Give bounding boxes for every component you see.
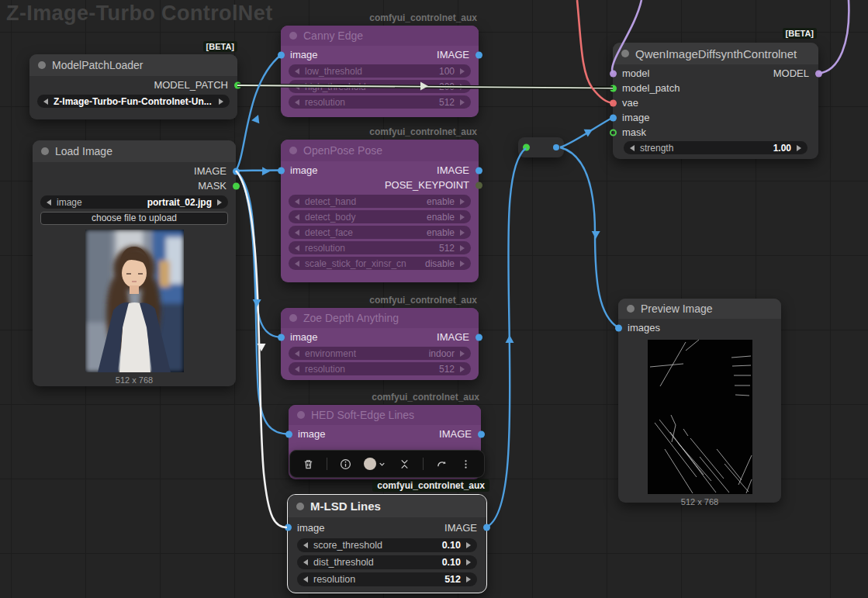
increment-arrow-icon[interactable]: [460, 68, 465, 74]
increment-arrow-icon[interactable]: [460, 245, 465, 251]
output-port-mask[interactable]: [233, 182, 240, 189]
decrement-arrow-icon[interactable]: [295, 230, 299, 236]
increment-arrow-icon[interactable]: [219, 99, 223, 105]
output-port-image[interactable]: [475, 334, 482, 340]
input-port-model-patch[interactable]: [610, 85, 617, 92]
node-reroute[interactable]: [518, 137, 564, 157]
input-port-images[interactable]: [615, 324, 622, 331]
decrement-arrow-icon[interactable]: [295, 214, 299, 220]
input-label: image: [290, 331, 317, 343]
environment-widget[interactable]: environment indoor: [289, 347, 471, 360]
output-port-model-patch[interactable]: [234, 81, 241, 88]
delete-button[interactable]: [303, 458, 314, 470]
node-header: Load Image: [33, 140, 236, 162]
more-options-button[interactable]: [460, 458, 472, 470]
strength-widget[interactable]: strength 1.00: [624, 141, 807, 154]
node-openpose-pose[interactable]: comfyui_controlnet_aux OpenPose Pose ima…: [281, 140, 479, 282]
input-port-image[interactable]: [285, 430, 292, 437]
node-model-patch-loader[interactable]: [BETA] ModelPatchLoader MODEL_PATCH Z-Im…: [29, 54, 237, 119]
port-row: vae: [613, 95, 818, 110]
increment-arrow-icon[interactable]: [466, 576, 471, 582]
decrement-arrow-icon[interactable]: [303, 559, 308, 565]
resolution-widget[interactable]: resolution 512: [289, 95, 471, 109]
node-canny-edge[interactable]: comfyui_controlnet_aux Canny Edge image …: [281, 26, 479, 117]
output-port-image[interactable]: [478, 430, 485, 437]
detect-face-widget[interactable]: detect_face enable: [289, 226, 471, 239]
port-row: image IMAGE: [281, 47, 479, 62]
decrement-arrow-icon[interactable]: [295, 351, 299, 357]
input-port-image[interactable]: [278, 51, 285, 58]
selection-toolbar[interactable]: [289, 450, 485, 478]
refresh-button[interactable]: [436, 458, 448, 470]
node-color-button[interactable]: [364, 458, 386, 470]
decrement-arrow-icon[interactable]: [295, 261, 299, 267]
output-port-pose-keypoint[interactable]: [475, 181, 482, 188]
resolution-widget[interactable]: resolution 512: [289, 362, 471, 375]
decrement-arrow-icon[interactable]: [295, 84, 299, 90]
increment-arrow-icon[interactable]: [460, 99, 465, 105]
node-mlsd-lines[interactable]: comfyui_controlnet_aux M-LSD Lines image…: [287, 494, 487, 593]
output-port-model[interactable]: [815, 70, 822, 77]
reroute-input-port[interactable]: [523, 144, 530, 151]
increment-arrow-icon[interactable]: [460, 84, 465, 90]
trash-icon: [303, 458, 314, 470]
increment-arrow-icon[interactable]: [460, 199, 465, 205]
increment-arrow-icon[interactable]: [460, 214, 465, 220]
score-threshold-widget[interactable]: score_threshold 0.10: [297, 538, 477, 552]
increment-arrow-icon[interactable]: [460, 366, 465, 372]
decrement-arrow-icon[interactable]: [303, 576, 308, 582]
output-label: IMAGE: [439, 428, 472, 440]
output-port-image[interactable]: [475, 167, 482, 174]
info-icon: [340, 458, 351, 470]
node-header: HED Soft-Edge Lines: [289, 405, 481, 425]
scale-stick-widget[interactable]: scale_stick_for_xinsr_cn disable: [289, 257, 471, 270]
input-port-mask[interactable]: [610, 129, 617, 136]
input-port-image[interactable]: [278, 334, 285, 340]
decrement-arrow-icon[interactable]: [295, 366, 299, 372]
input-port-image[interactable]: [610, 114, 617, 121]
model-name-widget[interactable]: Z-Image-Turbo-Fun-Controlnet-Un...: [37, 95, 230, 108]
input-port-image[interactable]: [285, 524, 292, 531]
info-button[interactable]: [340, 458, 351, 470]
node-header: QwenImageDiffsynthControlnet: [613, 43, 818, 64]
node-zoe-depth-anything[interactable]: comfyui_controlnet_aux Zoe Depth Anythin…: [281, 308, 479, 380]
decrement-arrow-icon[interactable]: [303, 542, 308, 548]
decrement-arrow-icon[interactable]: [295, 199, 299, 205]
node-load-image[interactable]: Load Image IMAGE MASK image portrait_02.…: [33, 140, 236, 386]
increment-arrow-icon[interactable]: [466, 542, 471, 548]
widget-value: 512: [439, 243, 455, 254]
node-qwen-image-diffsynth-controlnet[interactable]: [BETA] QwenImageDiffsynthControlnet mode…: [613, 43, 818, 159]
choose-file-button[interactable]: choose file to upload: [40, 212, 228, 225]
increment-arrow-icon[interactable]: [797, 145, 801, 151]
node-preview-image[interactable]: Preview Image images 512 x 768: [618, 299, 781, 503]
resolution-widget[interactable]: resolution 512: [289, 241, 471, 254]
input-port-model[interactable]: [610, 70, 617, 77]
decrement-arrow-icon[interactable]: [295, 68, 299, 74]
output-port-image[interactable]: [233, 168, 240, 175]
detect-hand-widget[interactable]: detect_hand enable: [289, 195, 471, 208]
image-size-caption: 512 x 768: [618, 497, 781, 506]
reroute-output-port[interactable]: [553, 144, 559, 150]
increment-arrow-icon[interactable]: [460, 351, 465, 357]
output-port-image[interactable]: [475, 51, 482, 58]
decrement-arrow-icon[interactable]: [43, 99, 48, 105]
decrement-arrow-icon[interactable]: [47, 199, 51, 206]
input-port-image[interactable]: [278, 167, 285, 174]
high-threshold-widget[interactable]: high_threshold 200: [289, 80, 471, 93]
collapse-button[interactable]: [399, 458, 410, 470]
low-threshold-widget[interactable]: low_threshold 100: [289, 64, 471, 78]
decrement-arrow-icon[interactable]: [630, 145, 635, 151]
widget-label: detect_face: [305, 227, 353, 238]
increment-arrow-icon[interactable]: [460, 230, 465, 236]
increment-arrow-icon[interactable]: [460, 261, 465, 267]
image-select-widget[interactable]: image portrait_02.jpg: [40, 195, 228, 209]
decrement-arrow-icon[interactable]: [295, 245, 299, 251]
dist-threshold-widget[interactable]: dist_threshold 0.10: [297, 555, 477, 569]
input-port-vae[interactable]: [610, 99, 617, 106]
increment-arrow-icon[interactable]: [217, 199, 222, 206]
output-port-image[interactable]: [483, 524, 490, 531]
decrement-arrow-icon[interactable]: [295, 99, 299, 105]
resolution-widget[interactable]: resolution 512: [297, 572, 477, 586]
detect-body-widget[interactable]: detect_body enable: [289, 210, 471, 223]
increment-arrow-icon[interactable]: [466, 559, 471, 565]
